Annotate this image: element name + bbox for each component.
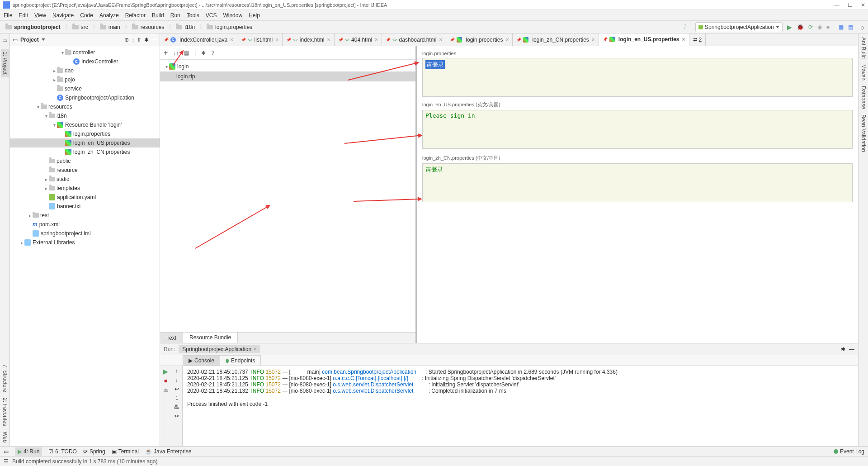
gutter-tab-project[interactable]: 1: Project xyxy=(1,49,9,77)
close-button[interactable]: ✕ xyxy=(861,2,865,8)
tool-eventlog[interactable]: Event Log xyxy=(834,448,864,455)
menu-code[interactable]: Code xyxy=(80,12,93,19)
up-icon[interactable]: ↑ xyxy=(175,368,178,374)
gutter-tab-favorites[interactable]: 2: Favorites xyxy=(2,398,8,426)
gutter-tab-maven[interactable]: Maven xyxy=(860,64,867,81)
tree-item[interactable]: resource xyxy=(10,166,160,175)
tool-todo[interactable]: ☑ 6: TODO xyxy=(48,448,77,455)
editor-tab[interactable]: 📌<>404.html× xyxy=(335,33,382,46)
project-tree[interactable]: ▾controllerCIndexController▸dao▸pojoserv… xyxy=(10,46,160,446)
menu-analyze[interactable]: Analyze xyxy=(99,12,119,19)
down-icon[interactable]: ↓ xyxy=(175,377,178,383)
tool-terminal[interactable]: ▣ Terminal xyxy=(112,448,139,455)
gutter-collapse-icon[interactable]: ▭ xyxy=(2,37,7,43)
settings-icon[interactable]: ✱ xyxy=(144,37,149,43)
gear-icon[interactable]: ✱ xyxy=(201,50,206,56)
tree-item[interactable]: public xyxy=(10,157,160,166)
layout-icon-2[interactable]: ▤ xyxy=(848,24,853,30)
run-button[interactable]: ▶ xyxy=(787,24,792,31)
editor-tab[interactable]: 📌<>list.html× xyxy=(237,33,283,46)
breadcrumb-item[interactable]: 〉i18n xyxy=(166,23,197,31)
tree-item[interactable]: ▸dao xyxy=(10,66,160,75)
messages-icon[interactable]: ▭ xyxy=(4,448,9,455)
menu-edit[interactable]: Edit xyxy=(19,12,28,19)
tree-item[interactable]: ▾controller xyxy=(10,48,160,57)
add-key-button[interactable]: + xyxy=(164,49,168,57)
trash-icon[interactable]: ✂ xyxy=(175,413,179,419)
tree-item[interactable]: ▾resources xyxy=(10,102,160,111)
bundle-root-row[interactable]: ▾ login xyxy=(160,62,415,71)
tool-spring[interactable]: ⟳ Spring xyxy=(83,448,105,455)
tree-item[interactable]: ▸templates xyxy=(10,184,160,193)
gutter-tab-ant[interactable]: Ant Build xyxy=(860,37,867,59)
gutter-tab-structure[interactable]: 7: Structure xyxy=(2,364,8,392)
prop-cn-editor[interactable] xyxy=(422,163,853,202)
menu-navigate[interactable]: Navigate xyxy=(52,12,74,19)
gutter-tab-web[interactable]: Web xyxy=(2,432,8,442)
tree-item[interactable]: ▸test xyxy=(10,211,160,220)
tree-item[interactable]: CSpringbootprojectApplication xyxy=(10,93,160,102)
chevron-down-icon[interactable] xyxy=(42,38,45,41)
hide-icon[interactable]: — xyxy=(151,37,157,43)
console-output[interactable]: 2020-02-21 18:45:10.737 INFO 15072 --- [… xyxy=(183,366,858,446)
list-icon[interactable]: ▤ xyxy=(184,50,189,56)
tree-item[interactable]: login_en_US.properties xyxy=(10,138,160,147)
run-config-chip[interactable]: SpringbootprojectApplication × xyxy=(179,345,260,353)
tree-item[interactable]: mpom.xml xyxy=(10,220,160,229)
prop-en-editor[interactable] xyxy=(422,110,853,149)
editor-tab[interactable]: 📌login_en_US.properties× xyxy=(599,33,689,46)
editor-tab[interactable]: 📌login.properties× xyxy=(446,33,513,46)
stop-button[interactable]: ■ xyxy=(164,378,167,384)
tree-item[interactable]: service xyxy=(10,84,160,93)
tree-item[interactable]: ▾i18n xyxy=(10,111,160,120)
editor-tab[interactable]: 📌CIndexController.java× xyxy=(160,33,237,46)
menu-refactor[interactable]: Refactor xyxy=(125,12,146,19)
menu-tools[interactable]: Tools xyxy=(187,12,199,19)
menu-window[interactable]: Window xyxy=(223,12,242,19)
tree-item[interactable]: ▾Resource Bundle 'login' xyxy=(10,120,160,129)
minimize-button[interactable]: — xyxy=(834,2,840,8)
menu-run[interactable]: Run xyxy=(170,12,180,19)
tree-item[interactable]: application.yaml xyxy=(10,193,160,202)
tool-run[interactable]: ▶4: Run xyxy=(15,447,42,456)
gutter-tab-bean[interactable]: Bean Validation xyxy=(860,114,867,152)
tree-item[interactable]: login.properties xyxy=(10,129,160,138)
debug-button[interactable]: 🐞 xyxy=(797,24,804,30)
rerun-button[interactable]: ▶ xyxy=(163,368,168,375)
wrap-icon[interactable]: ↩ xyxy=(175,386,179,392)
editor-tab[interactable]: 📌<>dashboard.html× xyxy=(382,33,446,46)
breadcrumb-item[interactable]: 〉src xyxy=(62,23,90,31)
breadcrumb-item[interactable]: springbootproject xyxy=(4,24,62,30)
tree-item[interactable]: ▸pojo xyxy=(10,75,160,84)
stop-button[interactable]: ■ xyxy=(826,24,830,30)
tree-item[interactable]: ▸static xyxy=(10,175,160,184)
bundle-keys-tree[interactable]: ▾ login login.tip xyxy=(160,60,415,332)
prop-default-editor[interactable]: 请登录 xyxy=(422,58,853,97)
breadcrumb-item[interactable]: 〉main xyxy=(90,23,122,31)
tab-console[interactable]: ▶Console xyxy=(183,355,220,366)
sort-icon[interactable]: ↓↑ xyxy=(173,50,179,56)
maximize-button[interactable]: ☐ xyxy=(848,2,853,8)
run-config-selector[interactable]: SpringbootprojectApplication xyxy=(695,22,783,32)
breadcrumb-item[interactable]: 〉login.properties xyxy=(197,23,254,31)
run-settings-icon[interactable]: ✱ xyxy=(841,346,845,352)
menu-help[interactable]: Help xyxy=(249,12,260,19)
build-icon[interactable]: ⤴ xyxy=(684,24,691,31)
tab-endpoints[interactable]: ⬮Endpoints xyxy=(220,355,261,366)
run-hide-icon[interactable]: — xyxy=(849,346,854,352)
help-icon[interactable]: ? xyxy=(211,50,214,56)
tree-item[interactable]: CIndexController xyxy=(10,57,160,66)
search-icon[interactable]: ⌕ xyxy=(860,23,864,31)
collapse-all-icon[interactable]: ⥣ xyxy=(137,37,142,43)
exit-button[interactable]: ⏏ xyxy=(163,387,168,393)
select-opened-file-icon[interactable]: ⊕ xyxy=(124,37,129,43)
scroll-icon[interactable]: ⤵ xyxy=(175,395,178,401)
editor-tab[interactable]: 📌<>index.html× xyxy=(283,33,334,46)
menu-build[interactable]: Build xyxy=(152,12,164,19)
layout-icon[interactable]: ▦ xyxy=(839,24,844,30)
tree-item[interactable]: ▸External Libraries xyxy=(10,238,160,247)
tree-item[interactable]: springbootproject.iml xyxy=(10,229,160,238)
editor-tab[interactable]: 📌login_zh_CN.properties× xyxy=(513,33,599,46)
menu-view[interactable]: View xyxy=(34,12,46,19)
profile-button[interactable]: ◉ xyxy=(817,24,822,30)
